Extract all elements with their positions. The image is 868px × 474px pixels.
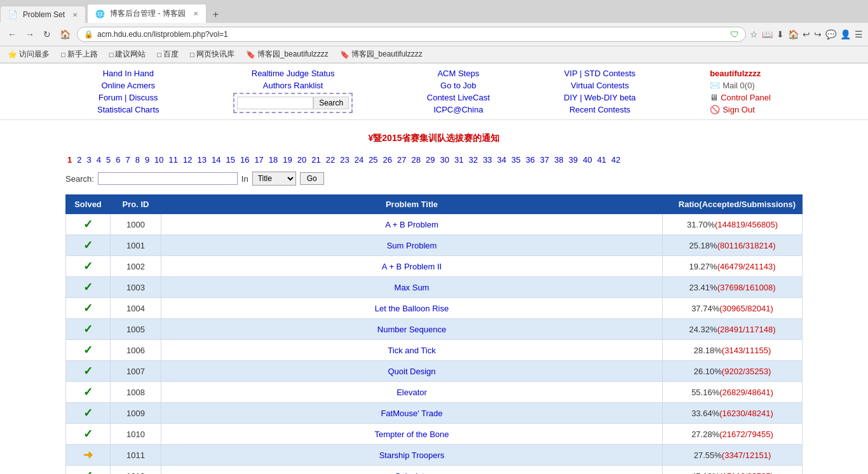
nav-hand-in-hand[interactable]: Hand In Hand (103, 69, 154, 78)
back-button[interactable]: ← (5, 28, 19, 41)
problem-title-link[interactable]: u Calculate e (388, 471, 436, 475)
new-tab-button[interactable]: + (208, 6, 224, 23)
page-link-29[interactable]: 29 (424, 154, 437, 165)
download-icon[interactable]: ⬇ (776, 29, 784, 39)
page-link-39[interactable]: 39 (567, 154, 580, 165)
nav-go-to-job[interactable]: Go to Job (440, 81, 476, 90)
page-link-4[interactable]: 4 (95, 154, 103, 165)
home-nav-icon[interactable]: 🏠 (788, 29, 799, 39)
bookmark-blog1[interactable]: 🔖 博客园_beautifulzzzz (243, 48, 331, 60)
page-link-6[interactable]: 6 (114, 154, 122, 165)
bookmark-visited[interactable]: ⭐ 访问最多 (5, 48, 52, 60)
problem-title-link[interactable]: Number Sequence (377, 325, 446, 334)
page-link-37[interactable]: 37 (538, 154, 551, 165)
nav-virtual-contests[interactable]: Virtual Contests (571, 81, 629, 90)
problem-title-link[interactable]: FatMouse' Trade (381, 409, 442, 418)
nav-search-input[interactable] (237, 97, 313, 109)
nav-acm-steps[interactable]: ACM Steps (437, 69, 479, 78)
back-nav-icon[interactable]: ↩ (803, 29, 810, 39)
bookmark-news[interactable]: □ 网页快讯库 (187, 48, 237, 60)
problem-title-link[interactable]: Starship Troopers (379, 450, 445, 460)
page-link-42[interactable]: 42 (609, 154, 622, 165)
page-link-40[interactable]: 40 (581, 154, 593, 165)
page-link-38[interactable]: 38 (552, 154, 565, 165)
nav-authors-ranklist[interactable]: Authors Ranklist (263, 81, 323, 90)
bookmark-icon[interactable]: 📖 (762, 29, 773, 39)
url-bar[interactable]: 🔒 🛡 (77, 27, 746, 42)
url-input[interactable] (97, 30, 726, 39)
page-link-11[interactable]: 11 (167, 154, 180, 165)
page-link-1[interactable]: 1 (65, 154, 74, 165)
tab-problem-set[interactable]: 📄 Problem Set ✕ (0, 6, 86, 23)
nav-forum-discuss[interactable]: Forum | Discuss (98, 93, 158, 102)
page-link-31[interactable]: 31 (452, 154, 465, 165)
page-link-15[interactable]: 15 (224, 154, 236, 165)
page-link-12[interactable]: 12 (181, 154, 194, 165)
go-button[interactable]: Go (300, 172, 324, 185)
tab-blog-admin[interactable]: 🌐 博客后台管理 - 博客园 ✕ (87, 4, 207, 23)
page-link-17[interactable]: 17 (252, 154, 265, 165)
page-link-34[interactable]: 34 (495, 154, 508, 165)
reload-button[interactable]: ↻ (41, 28, 53, 41)
nav-vip-std[interactable]: VIP | STD Contests (564, 69, 635, 78)
page-link-18[interactable]: 18 (267, 154, 280, 165)
person-icon[interactable]: 👤 (840, 29, 851, 39)
bookmark-newbie[interactable]: □ 新手上路 (58, 48, 100, 60)
page-link-20[interactable]: 20 (295, 154, 308, 165)
page-link-30[interactable]: 30 (438, 154, 451, 165)
problem-title-link[interactable]: Sum Problem (387, 241, 437, 250)
page-link-35[interactable]: 35 (510, 154, 522, 165)
page-link-41[interactable]: 41 (595, 154, 608, 165)
nav-recent-contests[interactable]: Recent Contests (569, 105, 630, 114)
page-link-33[interactable]: 33 (481, 154, 494, 165)
tab-close-2[interactable]: ✕ (193, 10, 198, 17)
page-link-24[interactable]: 24 (353, 154, 365, 165)
page-link-27[interactable]: 27 (395, 154, 408, 165)
page-link-9[interactable]: 9 (143, 154, 151, 165)
tab-close-1[interactable]: ✕ (72, 11, 78, 18)
nav-search-button[interactable]: Search (313, 97, 349, 109)
forward-nav-icon[interactable]: ↪ (814, 29, 822, 39)
page-link-32[interactable]: 32 (466, 154, 479, 165)
problem-title-link[interactable]: Tick and Tick (388, 346, 435, 355)
page-link-10[interactable]: 10 (153, 154, 165, 165)
page-link-23[interactable]: 23 (338, 154, 351, 165)
mail-link[interactable]: Mail 0(0) (722, 81, 755, 90)
chat-icon[interactable]: 💬 (825, 29, 836, 39)
page-link-7[interactable]: 7 (123, 154, 132, 165)
bookmark-baidu[interactable]: □ 百度 (154, 48, 181, 60)
page-link-2[interactable]: 2 (75, 154, 83, 165)
forward-button[interactable]: → (23, 28, 37, 41)
menu-icon[interactable]: ☰ (855, 29, 863, 39)
problem-title-link[interactable]: A + B Problem (385, 220, 438, 229)
page-link-26[interactable]: 26 (381, 154, 394, 165)
page-link-36[interactable]: 36 (524, 154, 536, 165)
bookmark-suggest[interactable]: □ 建议网站 (107, 48, 149, 60)
bookmark-blog2[interactable]: 🔖 博客园_beautifulzzzz (337, 48, 425, 60)
nav-statistical-charts[interactable]: Statistical Charts (97, 105, 159, 114)
page-link-14[interactable]: 14 (210, 154, 222, 165)
page-link-5[interactable]: 5 (104, 154, 112, 165)
problem-title-link[interactable]: Let the Balloon Rise (375, 304, 449, 313)
page-link-8[interactable]: 8 (133, 154, 142, 165)
page-link-28[interactable]: 28 (410, 154, 423, 165)
sign-out-link[interactable]: Sign Out (722, 105, 755, 114)
search-select[interactable]: Title Source Author (252, 172, 296, 186)
problem-title-link[interactable]: Quoit Design (388, 367, 435, 376)
problem-title-link[interactable]: A + B Problem II (382, 262, 442, 271)
page-link-19[interactable]: 19 (281, 154, 294, 165)
username-link[interactable]: beautifulzzzz (710, 69, 761, 78)
nav-diy-web-diy[interactable]: DIY | Web-DIY beta (564, 93, 635, 102)
page-link-3[interactable]: 3 (85, 154, 93, 165)
nav-online-acmers[interactable]: Online Acmers (102, 81, 156, 90)
page-link-13[interactable]: 13 (196, 154, 208, 165)
page-link-16[interactable]: 16 (238, 154, 251, 165)
home-button[interactable]: 🏠 (57, 28, 73, 41)
problem-title-link[interactable]: Max Sum (395, 283, 430, 292)
nav-contest-livecast[interactable]: Contest LiveCast (427, 93, 490, 102)
search-input[interactable] (98, 172, 238, 185)
page-link-25[interactable]: 25 (367, 154, 379, 165)
nav-icpc-china[interactable]: ICPC@China (433, 105, 483, 114)
control-panel-link[interactable]: Control Panel (721, 93, 771, 102)
nav-realtime-judge[interactable]: Realtime Judge Status (252, 69, 335, 78)
